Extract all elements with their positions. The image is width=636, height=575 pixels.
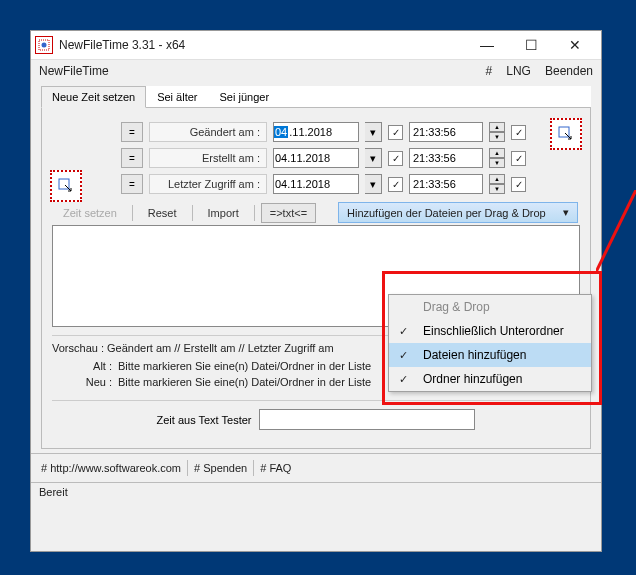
close-button[interactable]: ✕ [553,31,597,59]
created-time-input[interactable]: 21:33:56 [409,148,483,168]
svg-line-4 [596,190,636,272]
time-spinner[interactable]: ▲▼ [489,148,505,168]
svg-point-1 [42,43,47,48]
footer-faq-link[interactable]: # FAQ [260,462,291,474]
chevron-down-icon: ▾ [563,206,569,219]
modified-date-input[interactable]: 04.11.2018 [273,122,359,142]
equal-button[interactable]: = [121,174,143,194]
import-button[interactable]: Import [199,203,248,223]
row-accessed: = Letzter Zugriff am : 04.11.2018 ▾ ✓ 21… [52,174,580,194]
txt-button[interactable]: =>txt<= [261,203,316,223]
menu-header: Drag & Drop [389,295,591,319]
menu-exit[interactable]: Beenden [545,64,593,78]
preview-neu-label: Neu : [52,376,112,388]
time-spinner[interactable]: ▲▼ [489,122,505,142]
text-tester-label: Zeit aus Text Tester [157,414,252,426]
app-name-label[interactable]: NewFileTime [39,64,109,78]
drag-drop-menu: Drag & Drop ✓Einschließlich Unterordner … [388,294,592,392]
check-icon: ✓ [399,373,413,386]
toolbar: Zeit setzen Reset Import =>txt<= Hinzufü… [52,200,580,225]
tab-set-new-time[interactable]: Neue Zeit setzen [41,86,146,108]
accessed-date-input[interactable]: 04.11.2018 [273,174,359,194]
tab-strip: Neue Zeit setzen Sei älter Sei jünger [41,86,591,108]
reset-button[interactable]: Reset [139,203,186,223]
preview-alt-value: Bitte markieren Sie eine(n) Datei/Ordner… [118,360,371,372]
menu-hash[interactable]: # [486,64,493,78]
window-title: NewFileTime 3.31 - x64 [59,38,465,52]
equal-button[interactable]: = [121,122,143,142]
tab-be-younger[interactable]: Sei jünger [209,86,281,108]
annotation-arrow [596,190,636,280]
modified-time-input[interactable]: 21:33:56 [409,122,483,142]
text-tester-input[interactable] [259,409,475,430]
date-picker-icon[interactable]: ▾ [365,174,382,194]
cursor-target-icon[interactable] [50,170,82,202]
menu-lng[interactable]: LNG [506,64,531,78]
date-picker-icon[interactable]: ▾ [365,122,382,142]
menu-include-subfolders[interactable]: ✓Einschließlich Unterordner [389,319,591,343]
row-modified: = Geändert am : 04.11.2018 ▾ ✓ 21:33:56 … [52,122,580,142]
menu-add-folders[interactable]: ✓Ordner hinzufügen [389,367,591,391]
modified-label: Geändert am : [149,122,267,142]
created-time-checkbox[interactable]: ✓ [511,151,526,166]
menu-add-files[interactable]: ✓Dateien hinzufügen [389,343,591,367]
created-label: Erstellt am : [149,148,267,168]
footer-homepage-link[interactable]: # http://www.softwareok.com [41,462,181,474]
tab-body: = Geändert am : 04.11.2018 ▾ ✓ 21:33:56 … [41,108,591,449]
status-bar: Bereit [31,482,601,501]
menubar: NewFileTime # LNG Beenden [31,60,601,82]
titlebar[interactable]: NewFileTime 3.31 - x64 — ☐ ✕ [31,31,601,60]
status-text: Bereit [39,486,68,498]
footer-donate-link[interactable]: # Spenden [194,462,247,474]
cursor-target-icon[interactable] [550,118,582,150]
accessed-label: Letzter Zugriff am : [149,174,267,194]
preview-alt-label: Alt : [52,360,112,372]
equal-button[interactable]: = [121,148,143,168]
footer-links: # http://www.softwareok.com # Spenden # … [31,453,601,482]
set-time-button[interactable]: Zeit setzen [54,203,126,223]
row-created: = Erstellt am : 04.11.2018 ▾ ✓ 21:33:56 … [52,148,580,168]
minimize-button[interactable]: — [465,31,509,59]
created-date-checkbox[interactable]: ✓ [388,151,403,166]
check-icon: ✓ [399,325,413,338]
modified-time-checkbox[interactable]: ✓ [511,125,526,140]
accessed-time-input[interactable]: 21:33:56 [409,174,483,194]
accessed-date-checkbox[interactable]: ✓ [388,177,403,192]
maximize-button[interactable]: ☐ [509,31,553,59]
created-date-input[interactable]: 04.11.2018 [273,148,359,168]
time-spinner[interactable]: ▲▼ [489,174,505,194]
accessed-time-checkbox[interactable]: ✓ [511,177,526,192]
app-window: NewFileTime 3.31 - x64 — ☐ ✕ NewFileTime… [30,30,602,552]
drag-drop-dropdown[interactable]: Hinzufügen der Dateien per Drag & Drop▾ [338,202,578,223]
tab-be-older[interactable]: Sei älter [146,86,208,108]
app-icon [35,36,53,54]
modified-date-checkbox[interactable]: ✓ [388,125,403,140]
text-tester-row: Zeit aus Text Tester [52,400,580,438]
date-picker-icon[interactable]: ▾ [365,148,382,168]
check-icon: ✓ [399,349,413,362]
preview-neu-value: Bitte markieren Sie eine(n) Datei/Ordner… [118,376,371,388]
